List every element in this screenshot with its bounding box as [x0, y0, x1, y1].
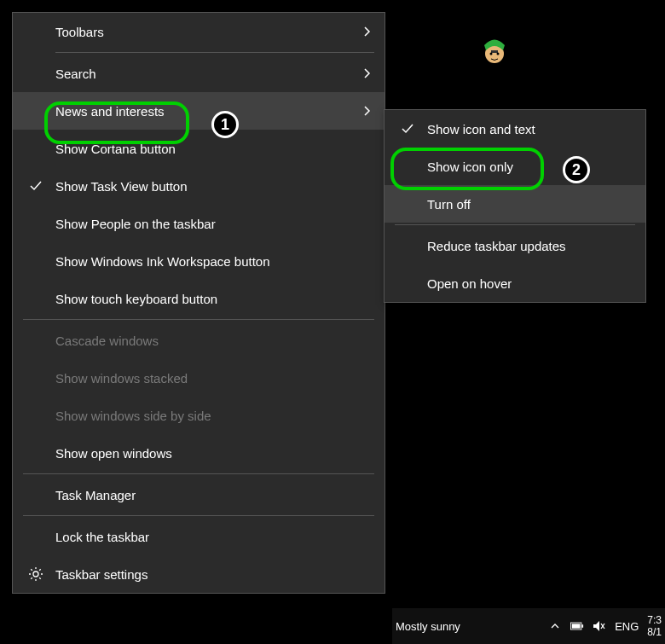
svg-line-9 [31, 569, 32, 571]
menu-label: Show icon and text [427, 122, 535, 136]
separator [23, 473, 374, 474]
menu-label: Lock the taskbar [55, 530, 149, 544]
menu-item-taskbar-settings[interactable]: Taskbar settings [13, 555, 385, 593]
check-icon [400, 121, 415, 136]
menu-item-search[interactable]: Search [13, 55, 385, 92]
language-indicator[interactable]: ENG [615, 620, 639, 633]
menu-item-news-interests[interactable]: News and interests [13, 92, 385, 130]
submenu-item-turn-off[interactable]: Turn off [385, 185, 645, 223]
submenu-item-show-icon-text[interactable]: Show icon and text [385, 110, 645, 148]
menu-label: Show People on the taskbar [55, 217, 216, 231]
desktop-avatar [477, 30, 512, 71]
menu-item-show-open[interactable]: Show open windows [13, 434, 385, 472]
chevron-right-icon [361, 25, 374, 38]
submenu-item-open-hover[interactable]: Open on hover [385, 264, 645, 302]
battery-icon[interactable] [570, 619, 584, 633]
menu-item-show-task-view[interactable]: Show Task View button [13, 167, 385, 205]
svg-rect-1 [491, 50, 498, 53]
news-interests-submenu: Show icon and text Show icon only Turn o… [384, 109, 646, 303]
svg-point-4 [33, 571, 38, 577]
chevron-right-icon [361, 67, 374, 80]
menu-item-lock-taskbar[interactable]: Lock the taskbar [13, 518, 385, 555]
separator [395, 224, 635, 225]
menu-item-show-people[interactable]: Show People on the taskbar [13, 205, 385, 242]
weather-text[interactable]: Mostly sunny [396, 620, 460, 633]
taskbar[interactable]: Mostly sunny ENG 7:3 8/1 [392, 608, 665, 644]
volume-icon[interactable] [593, 619, 606, 633]
svg-line-11 [31, 577, 32, 579]
menu-label: Show Windows Ink Workspace button [55, 254, 270, 269]
submenu-item-show-icon-only[interactable]: Show icon only [385, 148, 645, 185]
taskbar-context-menu: Toolbars Search News and interests Show … [12, 12, 385, 594]
separator [23, 319, 374, 320]
menu-item-show-ink[interactable]: Show Windows Ink Workspace button [13, 242, 385, 280]
menu-label: Show windows side by side [55, 409, 211, 423]
menu-item-show-touch[interactable]: Show touch keyboard button [13, 280, 385, 317]
menu-item-side-by-side: Show windows side by side [13, 397, 385, 434]
svg-point-2 [490, 53, 493, 55]
system-tray: ENG 7:3 8/1 [548, 614, 662, 639]
menu-label: Taskbar settings [55, 567, 147, 582]
menu-label: Show open windows [55, 446, 172, 461]
chevron-right-icon [361, 104, 374, 118]
svg-rect-15 [572, 624, 581, 628]
menu-label: Cascade windows [55, 334, 159, 348]
svg-point-3 [497, 53, 500, 55]
menu-label: Show Task View button [55, 179, 188, 194]
menu-label: Show windows stacked [55, 371, 188, 386]
menu-item-show-cortana[interactable]: Show Cortana button [13, 130, 385, 167]
menu-label: Toolbars [55, 25, 104, 39]
gear-icon [28, 566, 43, 582]
clock-time: 7:3 [647, 614, 662, 626]
menu-label: Turn off [427, 197, 471, 212]
menu-label: News and interests [55, 104, 165, 119]
menu-item-cascade: Cascade windows [13, 322, 385, 359]
menu-label: Show touch keyboard button [55, 292, 217, 306]
menu-item-task-manager[interactable]: Task Manager [13, 476, 385, 513]
check-icon [28, 178, 43, 194]
separator [55, 52, 374, 53]
svg-line-10 [39, 577, 41, 579]
clock-date: 8/1 [647, 626, 662, 638]
clock[interactable]: 7:3 8/1 [647, 614, 662, 639]
menu-item-stacked: Show windows stacked [13, 359, 385, 397]
menu-label: Show icon only [427, 160, 513, 174]
menu-label: Open on hover [427, 276, 512, 291]
svg-rect-14 [581, 624, 583, 628]
menu-label: Reduce taskbar updates [427, 239, 566, 253]
menu-label: Show Cortana button [55, 142, 176, 156]
separator [23, 515, 374, 516]
tray-chevron-up-icon[interactable] [548, 619, 562, 633]
submenu-item-reduce-updates[interactable]: Reduce taskbar updates [385, 227, 645, 264]
svg-line-12 [39, 569, 41, 571]
menu-label: Search [55, 67, 96, 81]
menu-item-toolbars[interactable]: Toolbars [13, 13, 385, 50]
menu-label: Task Manager [55, 488, 136, 502]
